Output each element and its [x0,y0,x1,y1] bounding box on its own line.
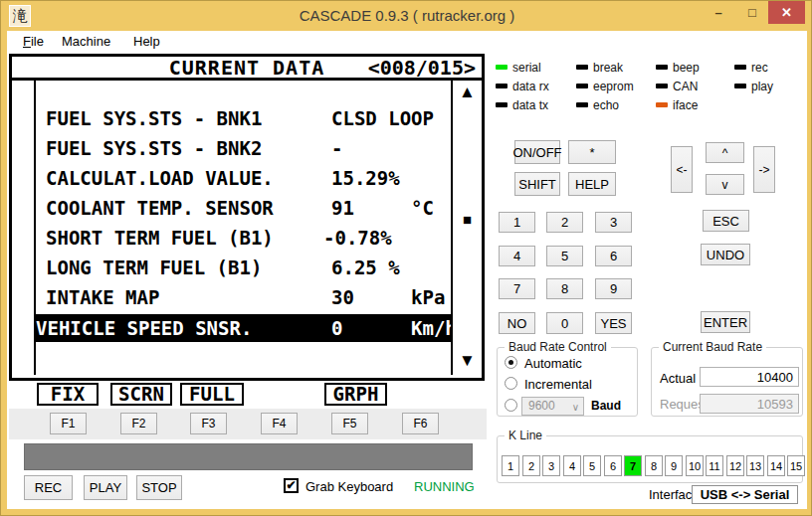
kline-4-button[interactable]: 4 [563,455,581,476]
actual-baud-field[interactable]: 10400 [700,367,799,387]
scroll-thumb-icon[interactable]: ■ [453,211,482,228]
serial-led-icon [496,65,508,70]
app-window: 滝 CASCADE 0.9.3 ( rutracker.org ) – □ ✕ … [0,0,812,516]
lcd-row: INTAKE MAP30kPa [12,286,427,310]
scroll-down-icon[interactable]: ▼ [453,351,482,371]
no-button[interactable]: NO [499,312,535,334]
num-2-button[interactable]: 2 [546,212,583,233]
iface-led-icon [656,102,668,107]
fn-label-full: FULL [180,383,244,406]
kline-1-button[interactable]: 1 [502,455,519,476]
play-button[interactable]: PLAY [84,475,127,500]
num-1-button[interactable]: 1 [499,212,535,233]
stop-button[interactable]: STOP [136,475,182,500]
onoff-button[interactable]: ON/OFF [514,140,560,164]
f3-button[interactable]: F3 [190,413,227,434]
lcd-scrollbar[interactable]: ▲ ■ ▼ [451,81,482,375]
indicator-rec: rec [734,58,796,77]
num-7-button[interactable]: 7 [499,278,535,299]
kline-2-button[interactable]: 2 [522,455,540,476]
num-9-button[interactable]: 9 [595,278,632,299]
incremental-label[interactable]: Incremental [524,377,592,392]
help-button[interactable]: HELP [568,172,616,196]
fn-label-scrn: SCRN [110,383,172,406]
lcd-row: FUEL SYS.STS - BNK2- [12,137,427,161]
rec-button[interactable]: REC [24,475,73,500]
undo-button[interactable]: UNDO [701,244,750,265]
automatic-label[interactable]: Automatic [524,356,582,371]
f2-button[interactable]: F2 [120,413,157,434]
arrow-right-button[interactable]: -> [753,146,775,193]
kline-15-button[interactable]: 15 [787,455,805,476]
fn-label-fix: FIX [37,383,99,406]
arrow-up-button[interactable]: ^ [706,142,744,163]
indicator-can: CAN [656,77,734,95]
requested-baud-field: 10593 [700,394,799,414]
kline-13-button[interactable]: 13 [746,455,764,476]
indicator-iface: iface [656,95,734,114]
lcd-row: LONG TERM FUEL (B1)6.25 % [12,257,427,280]
data-rx-led-icon [496,84,508,88]
grab-keyboard-checkbox[interactable]: ✔ [284,478,299,493]
fixed-baud-radio[interactable] [505,399,517,412]
enter-button[interactable]: ENTER [701,311,750,333]
indicator-grid: serial break beep rec data rx eeprom CAN… [496,58,796,114]
echo-led-icon [576,102,588,107]
kline-11-button[interactable]: 11 [706,455,723,476]
indicator-echo: echo [576,95,656,114]
interface-field: USB <-> Serial [692,485,798,504]
shift-button[interactable]: SHIFT [514,172,560,196]
num-0-button[interactable]: 0 [546,312,583,334]
num-4-button[interactable]: 4 [499,246,535,266]
baud-rate-control-group: Baud Rate Control Automatic Incremental … [497,347,638,417]
running-status: RUNNING [414,479,475,494]
kline-3-button[interactable]: 3 [542,455,560,476]
f1-button[interactable]: F1 [50,413,87,434]
kline-10-button[interactable]: 10 [686,455,704,476]
indicator-serial: serial [496,58,576,77]
indicator-data-rx: data rx [496,77,576,95]
kline-9-button[interactable]: 9 [665,455,683,476]
actual-label: Actual [660,371,696,386]
indicator-eeprom: eeprom [576,77,656,95]
lcd-row: SHORT TERM FUEL (B1)-0.78% [12,227,427,251]
num-3-button[interactable]: 3 [595,212,632,233]
incremental-radio[interactable] [505,377,517,390]
num-6-button[interactable]: 6 [595,246,632,266]
client-area: CURRENT DATA <008/015> FUEL SYS.STS - BN… [7,53,807,509]
f5-button[interactable]: F5 [331,413,368,434]
progress-bar[interactable] [24,443,473,470]
num-8-button[interactable]: 8 [546,278,583,299]
chevron-down-icon: ∨ [572,399,579,416]
baud-suffix-label: Baud [591,399,621,413]
kline-12-button[interactable]: 12 [726,455,744,476]
lcd-header: CURRENT DATA <008/015> [12,57,482,81]
indicator-break: break [576,58,656,77]
kline-8-button[interactable]: 8 [645,455,663,476]
esc-button[interactable]: ESC [703,210,749,232]
num-5-button[interactable]: 5 [546,246,583,266]
kline-5-button[interactable]: 5 [583,455,601,476]
f4-button[interactable]: F4 [261,413,298,434]
grab-keyboard-label: Grab Keyboard [305,479,393,494]
lcd-body: FUEL SYS.STS - BNK1CLSD LOOP FUEL SYS.ST… [12,81,482,375]
arrow-down-button[interactable]: v [706,174,744,195]
k-line-title: K Line [505,429,546,442]
kline-14-button[interactable]: 14 [767,455,785,476]
baud-dropdown[interactable]: 9600∨ [521,397,584,416]
data-tx-led-icon [496,102,508,107]
yes-button[interactable]: YES [595,312,632,334]
indicator-data-tx: data tx [496,95,576,114]
lcd-row: COOLANT TEMP. SENSOR91°C [12,197,427,221]
automatic-radio[interactable] [505,356,517,369]
f6-button[interactable]: F6 [402,413,439,434]
lcd-selected-row[interactable]: VEHICLE SPEED SNSR. 0 Km/h [34,314,451,342]
current-baud-rate-title: Current Baud Rate [659,340,766,354]
kline-6-button[interactable]: 6 [604,455,622,476]
lcd-counter: <008/015> [368,57,476,80]
scroll-up-icon[interactable]: ▲ [453,83,482,102]
rec-led-icon [734,65,746,70]
arrow-left-button[interactable]: <- [671,146,693,193]
star-button[interactable]: * [568,140,616,164]
kline-7-button-active[interactable]: 7 [624,455,642,476]
